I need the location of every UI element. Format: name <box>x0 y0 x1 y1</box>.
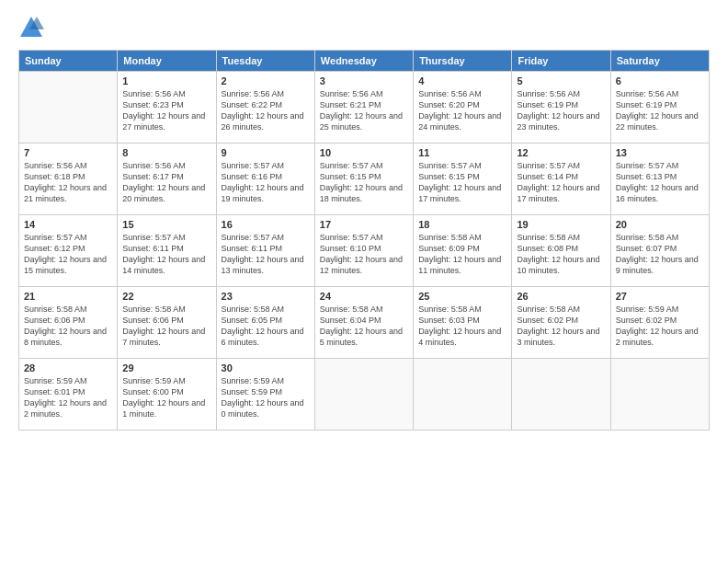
day-number: 22 <box>122 291 210 302</box>
weekday-header-friday: Friday <box>512 51 610 72</box>
calendar-cell: 18Sunrise: 5:58 AMSunset: 6:09 PMDayligh… <box>414 215 512 287</box>
calendar-cell: 29Sunrise: 5:59 AMSunset: 6:00 PMDayligh… <box>118 359 216 431</box>
calendar-cell <box>414 359 512 431</box>
day-info: Sunrise: 5:58 AMSunset: 6:03 PMDaylight:… <box>418 304 506 349</box>
calendar-week-2: 14Sunrise: 5:57 AMSunset: 6:12 PMDayligh… <box>19 215 710 287</box>
calendar-cell: 23Sunrise: 5:58 AMSunset: 6:05 PMDayligh… <box>216 287 314 359</box>
day-number: 14 <box>24 219 112 230</box>
calendar-cell <box>19 72 118 144</box>
day-info: Sunrise: 5:56 AMSunset: 6:19 PMDaylight:… <box>616 88 704 133</box>
day-number: 21 <box>24 291 112 302</box>
calendar-cell: 22Sunrise: 5:58 AMSunset: 6:06 PMDayligh… <box>118 287 216 359</box>
day-info: Sunrise: 5:58 AMSunset: 6:07 PMDaylight:… <box>616 232 704 277</box>
calendar-cell: 14Sunrise: 5:57 AMSunset: 6:12 PMDayligh… <box>19 215 118 287</box>
calendar-cell: 8Sunrise: 5:56 AMSunset: 6:17 PMDaylight… <box>118 144 216 215</box>
weekday-header-thursday: Thursday <box>414 51 512 72</box>
calendar-cell: 12Sunrise: 5:57 AMSunset: 6:14 PMDayligh… <box>512 144 610 215</box>
day-info: Sunrise: 5:57 AMSunset: 6:15 PMDaylight:… <box>320 160 408 205</box>
calendar-cell: 11Sunrise: 5:57 AMSunset: 6:15 PMDayligh… <box>414 144 512 215</box>
day-info: Sunrise: 5:56 AMSunset: 6:18 PMDaylight:… <box>24 160 112 205</box>
calendar-cell: 10Sunrise: 5:57 AMSunset: 6:15 PMDayligh… <box>314 144 413 215</box>
day-info: Sunrise: 5:59 AMSunset: 6:01 PMDaylight:… <box>24 375 112 420</box>
day-number: 10 <box>320 147 408 158</box>
calendar-cell: 13Sunrise: 5:57 AMSunset: 6:13 PMDayligh… <box>610 144 709 215</box>
calendar-cell: 4Sunrise: 5:56 AMSunset: 6:20 PMDaylight… <box>414 72 512 144</box>
page: SundayMondayTuesdayWednesdayThursdayFrid… <box>0 0 728 563</box>
day-info: Sunrise: 5:58 AMSunset: 6:04 PMDaylight:… <box>320 304 408 349</box>
calendar-cell <box>512 359 610 431</box>
weekday-header-sunday: Sunday <box>19 51 118 72</box>
calendar-cell: 19Sunrise: 5:58 AMSunset: 6:08 PMDayligh… <box>512 215 610 287</box>
day-number: 12 <box>517 147 605 158</box>
day-number: 11 <box>418 147 506 158</box>
calendar-cell <box>610 359 709 431</box>
calendar-cell: 24Sunrise: 5:58 AMSunset: 6:04 PMDayligh… <box>314 287 413 359</box>
day-number: 7 <box>24 147 112 158</box>
day-info: Sunrise: 5:57 AMSunset: 6:11 PMDaylight:… <box>122 232 210 277</box>
calendar-cell: 7Sunrise: 5:56 AMSunset: 6:18 PMDaylight… <box>19 144 118 215</box>
logo-icon <box>18 15 44 40</box>
header <box>18 15 710 40</box>
day-number: 13 <box>616 147 704 158</box>
day-number: 24 <box>320 291 408 302</box>
calendar-cell: 15Sunrise: 5:57 AMSunset: 6:11 PMDayligh… <box>118 215 216 287</box>
day-number: 9 <box>222 147 310 158</box>
calendar-cell: 5Sunrise: 5:56 AMSunset: 6:19 PMDaylight… <box>512 72 610 144</box>
day-number: 15 <box>122 219 210 230</box>
day-info: Sunrise: 5:58 AMSunset: 6:08 PMDaylight:… <box>517 232 605 277</box>
day-info: Sunrise: 5:58 AMSunset: 6:06 PMDaylight:… <box>24 304 112 349</box>
day-info: Sunrise: 5:57 AMSunset: 6:15 PMDaylight:… <box>418 160 506 205</box>
day-number: 6 <box>616 75 704 86</box>
calendar-cell: 26Sunrise: 5:58 AMSunset: 6:02 PMDayligh… <box>512 287 610 359</box>
day-info: Sunrise: 5:56 AMSunset: 6:22 PMDaylight:… <box>222 88 310 133</box>
calendar-cell: 20Sunrise: 5:58 AMSunset: 6:07 PMDayligh… <box>610 215 709 287</box>
day-number: 8 <box>122 147 210 158</box>
day-number: 2 <box>222 75 310 86</box>
calendar-cell: 17Sunrise: 5:57 AMSunset: 6:10 PMDayligh… <box>314 215 413 287</box>
day-info: Sunrise: 5:58 AMSunset: 6:02 PMDaylight:… <box>517 304 605 349</box>
calendar-cell: 1Sunrise: 5:56 AMSunset: 6:23 PMDaylight… <box>118 72 216 144</box>
day-number: 27 <box>616 291 704 302</box>
day-info: Sunrise: 5:59 AMSunset: 5:59 PMDaylight:… <box>222 375 310 420</box>
day-info: Sunrise: 5:57 AMSunset: 6:12 PMDaylight:… <box>24 232 112 277</box>
day-info: Sunrise: 5:58 AMSunset: 6:06 PMDaylight:… <box>122 304 210 349</box>
calendar-cell: 27Sunrise: 5:59 AMSunset: 6:02 PMDayligh… <box>610 287 709 359</box>
calendar-cell: 25Sunrise: 5:58 AMSunset: 6:03 PMDayligh… <box>414 287 512 359</box>
calendar-week-0: 1Sunrise: 5:56 AMSunset: 6:23 PMDaylight… <box>19 72 710 144</box>
day-info: Sunrise: 5:57 AMSunset: 6:16 PMDaylight:… <box>222 160 310 205</box>
day-number: 29 <box>122 362 210 373</box>
calendar-cell: 30Sunrise: 5:59 AMSunset: 5:59 PMDayligh… <box>216 359 314 431</box>
day-info: Sunrise: 5:57 AMSunset: 6:11 PMDaylight:… <box>222 232 310 277</box>
day-info: Sunrise: 5:57 AMSunset: 6:13 PMDaylight:… <box>616 160 704 205</box>
calendar-week-3: 21Sunrise: 5:58 AMSunset: 6:06 PMDayligh… <box>19 287 710 359</box>
calendar-cell: 6Sunrise: 5:56 AMSunset: 6:19 PMDaylight… <box>610 72 709 144</box>
weekday-header-wednesday: Wednesday <box>314 51 413 72</box>
day-info: Sunrise: 5:59 AMSunset: 6:02 PMDaylight:… <box>616 304 704 349</box>
day-number: 30 <box>222 362 310 373</box>
day-info: Sunrise: 5:56 AMSunset: 6:20 PMDaylight:… <box>418 88 506 133</box>
day-number: 1 <box>122 75 210 86</box>
day-info: Sunrise: 5:56 AMSunset: 6:23 PMDaylight:… <box>122 88 210 133</box>
day-number: 4 <box>418 75 506 86</box>
day-info: Sunrise: 5:56 AMSunset: 6:17 PMDaylight:… <box>122 160 210 205</box>
day-info: Sunrise: 5:58 AMSunset: 6:05 PMDaylight:… <box>222 304 310 349</box>
calendar-cell: 16Sunrise: 5:57 AMSunset: 6:11 PMDayligh… <box>216 215 314 287</box>
day-info: Sunrise: 5:56 AMSunset: 6:21 PMDaylight:… <box>320 88 408 133</box>
calendar-week-1: 7Sunrise: 5:56 AMSunset: 6:18 PMDaylight… <box>19 144 710 215</box>
day-number: 28 <box>24 362 112 373</box>
day-info: Sunrise: 5:59 AMSunset: 6:00 PMDaylight:… <box>122 375 210 420</box>
logo <box>18 15 48 40</box>
calendar-cell <box>314 359 413 431</box>
calendar-cell: 9Sunrise: 5:57 AMSunset: 6:16 PMDaylight… <box>216 144 314 215</box>
day-number: 16 <box>222 219 310 230</box>
day-number: 26 <box>517 291 605 302</box>
weekday-header-saturday: Saturday <box>610 51 709 72</box>
calendar-cell: 21Sunrise: 5:58 AMSunset: 6:06 PMDayligh… <box>19 287 118 359</box>
day-number: 3 <box>320 75 408 86</box>
day-number: 25 <box>418 291 506 302</box>
day-info: Sunrise: 5:56 AMSunset: 6:19 PMDaylight:… <box>517 88 605 133</box>
weekday-header-monday: Monday <box>118 51 216 72</box>
day-number: 19 <box>517 219 605 230</box>
weekday-header-tuesday: Tuesday <box>216 51 314 72</box>
day-number: 20 <box>616 219 704 230</box>
